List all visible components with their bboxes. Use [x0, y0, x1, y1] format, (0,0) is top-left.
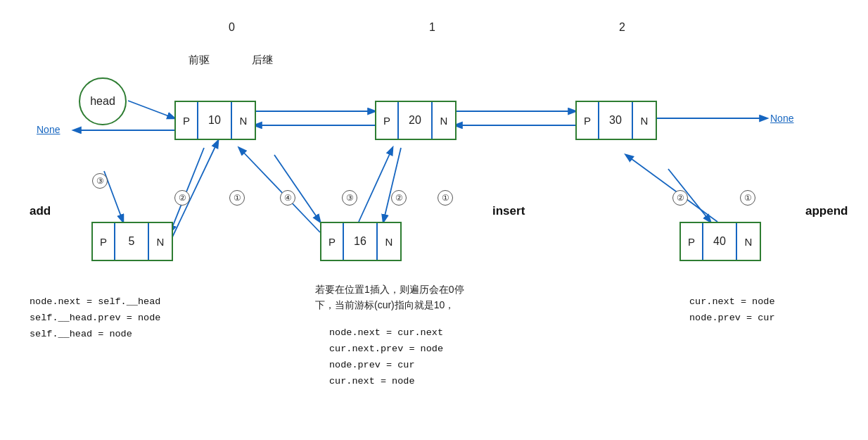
- index-0: 0: [229, 21, 235, 34]
- append-step-2: ②: [672, 190, 688, 206]
- svg-line-9: [170, 148, 204, 232]
- node-1: P 20 N: [375, 101, 457, 140]
- head-label: head: [90, 95, 115, 108]
- node-insert-val: 16: [344, 223, 378, 260]
- node-add-p: P: [93, 223, 115, 260]
- index-2: 2: [619, 21, 625, 34]
- node-insert-n: N: [378, 223, 400, 260]
- svg-line-15: [626, 155, 717, 222]
- node-append-p: P: [681, 223, 703, 260]
- node-0-val: 10: [198, 102, 232, 139]
- add-step-3: ③: [92, 173, 108, 189]
- insert-step-2: ②: [391, 190, 407, 206]
- node-add-n: N: [149, 223, 172, 260]
- node-append: P 40 N: [679, 222, 761, 261]
- diagram: 0 1 2 前驱 后继 head None None P 10 N P 20 N…: [0, 0, 868, 440]
- add-label: add: [30, 204, 51, 218]
- add-step-1: ①: [229, 190, 245, 206]
- node-2-n: N: [633, 102, 656, 139]
- add-step-2: ②: [174, 190, 190, 206]
- svg-line-0: [128, 101, 174, 118]
- insert-step-4: ④: [280, 190, 295, 206]
- code-insert-desc: 若要在位置1插入，则遍历会在0停下，当前游标(cur)指向就是10，: [315, 282, 512, 313]
- code-add: node.next = self.__headself.__head.prev …: [30, 294, 160, 343]
- svg-line-11: [359, 148, 392, 222]
- node-append-n: N: [737, 223, 760, 260]
- code-insert: node.next = cur.nextcur.next.prev = node…: [329, 325, 443, 390]
- code-append: cur.next = nodenode.prev = cur: [689, 294, 775, 327]
- head-circle: head: [79, 77, 127, 125]
- svg-line-10: [274, 155, 320, 222]
- none-left: None: [37, 124, 60, 135]
- insert-step-3: ③: [342, 190, 357, 206]
- node-insert: P 16 N: [320, 222, 402, 261]
- node-add-val: 5: [115, 223, 149, 260]
- node-2-p: P: [577, 102, 599, 139]
- node-add: P 5 N: [91, 222, 173, 261]
- none-right: None: [770, 113, 793, 124]
- node-0: P 10 N: [174, 101, 256, 140]
- svg-line-12: [383, 148, 401, 222]
- node-0-p: P: [176, 102, 198, 139]
- svg-line-13: [239, 148, 320, 232]
- node-2-val: 30: [599, 102, 633, 139]
- append-label: append: [805, 204, 848, 218]
- index-1: 1: [429, 21, 435, 34]
- node-insert-p: P: [321, 223, 344, 260]
- insert-step-1: ①: [438, 190, 453, 206]
- node-append-val: 40: [703, 223, 737, 260]
- next-label: 后继: [252, 54, 273, 67]
- prev-label: 前驱: [189, 54, 210, 67]
- node-1-val: 20: [399, 102, 433, 139]
- node-0-n: N: [232, 102, 255, 139]
- insert-label: insert: [492, 204, 525, 218]
- node-2: P 30 N: [575, 101, 657, 140]
- node-1-n: N: [433, 102, 455, 139]
- append-step-1: ①: [740, 190, 755, 206]
- node-1-p: P: [376, 102, 399, 139]
